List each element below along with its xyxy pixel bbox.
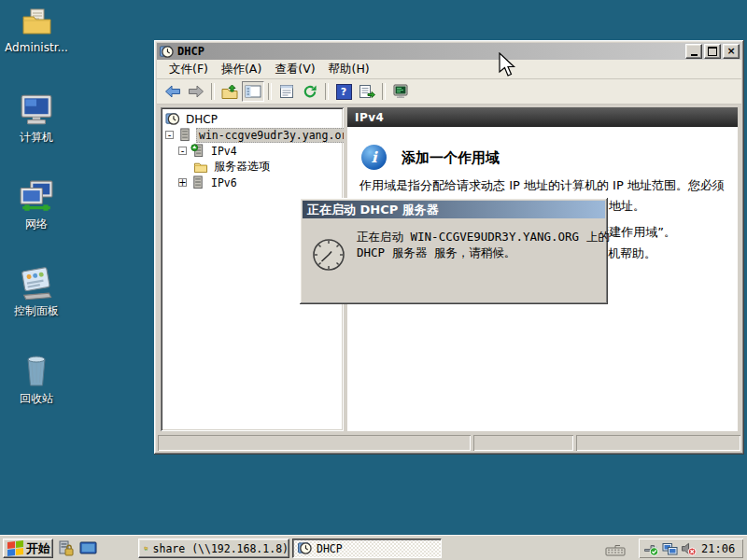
keyboard-layout-icon[interactable] xyxy=(605,542,626,560)
export-list-button[interactable] xyxy=(356,81,378,102)
desktop-icon-network[interactable]: 网络 xyxy=(0,177,73,232)
menu-view[interactable]: 查看(V) xyxy=(268,60,321,79)
server-manager-icon[interactable] xyxy=(57,540,74,560)
dialog-titlebar[interactable]: 正在启动 DHCP 服务器 xyxy=(303,201,605,218)
menu-file[interactable]: 文件(F) xyxy=(162,60,215,79)
back-button[interactable] xyxy=(162,81,184,102)
toolbar-separator xyxy=(382,83,386,100)
menu-action[interactable]: 操作(A) xyxy=(215,60,268,79)
volume-muted-icon[interactable] xyxy=(681,541,697,556)
taskbar: 开始 share (\\192.168.1.8) DHCP 21:06 xyxy=(0,535,747,560)
refresh-icon xyxy=(303,84,317,99)
toolbar: ? xyxy=(157,79,741,105)
desktop: Administr... 计算机 网络 控制面板 回收站 DHCP xyxy=(0,0,747,560)
task-share[interactable]: share (\\192.168.1.8) xyxy=(138,539,289,558)
tree-label: IPv6 xyxy=(209,176,239,189)
dialog-message-line: 正在启动 WIN-CCGVE9UDR3Y.YANG.ORG 上的 xyxy=(357,229,610,245)
forward-arrow-icon xyxy=(188,84,204,99)
dialog-title: 正在启动 DHCP 服务器 xyxy=(307,202,439,218)
computer-icon xyxy=(0,91,73,128)
properties-button[interactable] xyxy=(275,81,298,102)
show-console-tree-button[interactable] xyxy=(242,81,264,102)
task-label: share (\\192.168.1.8) xyxy=(153,542,289,555)
starting-dhcp-dialog: 正在启动 DHCP 服务器 正在启动 WIN-CCGVE9UDR3Y.YANG.… xyxy=(300,198,608,304)
back-arrow-icon xyxy=(164,84,181,99)
tree-node-server[interactable]: - win-ccgve9udr3y.yang.org xyxy=(162,127,342,143)
status-cell xyxy=(473,435,573,451)
windows-logo-icon xyxy=(7,540,23,556)
tree-label: 服务器选项 xyxy=(212,159,272,175)
net-monitor-button[interactable] xyxy=(389,81,412,102)
window-titlebar[interactable]: DHCP × xyxy=(157,43,741,60)
task-label: DHCP xyxy=(317,542,343,555)
properties-icon xyxy=(278,84,295,99)
maximize-button[interactable] xyxy=(704,44,721,59)
desktop-icon-label: 计算机 xyxy=(0,130,73,146)
desktop-icon-recycle-bin[interactable]: 回收站 xyxy=(0,352,73,407)
details-header: IPv4 xyxy=(347,107,738,127)
dialog-body: 正在启动 WIN-CCGVE9UDR3Y.YANG.ORG 上的 DHCP 服务… xyxy=(303,218,605,299)
task-dhcp[interactable]: DHCP xyxy=(292,539,442,558)
help-button[interactable]: ? xyxy=(332,81,355,102)
tree-node-ipv6[interactable]: + IPv6 xyxy=(162,175,342,190)
tree-node-dhcp-root[interactable]: DHCP xyxy=(162,111,342,127)
tree-label-selected: win-ccgve9udr3y.yang.org xyxy=(196,128,344,143)
minimize-button[interactable] xyxy=(685,44,702,59)
server-icon xyxy=(177,128,192,142)
dhcp-console-icon xyxy=(165,112,180,126)
tree-node-server-options[interactable]: 服务器选项 xyxy=(162,159,342,175)
up-folder-icon xyxy=(221,84,238,99)
help-icon: ? xyxy=(336,84,352,100)
user-files-folder-icon xyxy=(0,2,73,39)
start-button[interactable]: 开始 xyxy=(3,539,53,558)
desktop-icon-label: 回收站 xyxy=(0,391,73,407)
window-title: DHCP xyxy=(177,45,204,58)
mouse-cursor xyxy=(498,52,516,78)
export-list-icon xyxy=(359,84,375,99)
dhcp-console-icon xyxy=(160,45,174,59)
details-paragraph: 作用域是指分配给请求动态 IP 地址的计算机的 IP 地址范围。您必须 xyxy=(359,175,738,196)
desktop-icon-control-panel[interactable]: 控制面板 xyxy=(0,264,73,319)
shared-folder-icon xyxy=(144,541,148,555)
network-icon xyxy=(0,177,73,215)
tree-label: DHCP xyxy=(184,113,219,126)
collapse-icon[interactable]: - xyxy=(165,131,174,139)
monitor-icon xyxy=(392,84,409,99)
server-icon xyxy=(190,175,205,189)
details-heading: 添加一个作用域 xyxy=(402,149,500,167)
desktop-icon-administrator[interactable]: Administr... xyxy=(0,2,73,54)
dialog-message-line: DHCP 服务器 服务，请稍候。 xyxy=(357,245,610,260)
menu-help[interactable]: 帮助(H) xyxy=(322,60,376,79)
status-cell xyxy=(158,435,471,451)
tray-clock: 21:06 xyxy=(701,542,735,555)
toolbar-separator xyxy=(211,83,215,100)
desktop-icon-label: Administr... xyxy=(0,41,73,54)
menu-bar: 文件(F) 操作(A) 查看(V) 帮助(H) xyxy=(157,60,741,79)
dialog-message: 正在启动 WIN-CCGVE9UDR3Y.YANG.ORG 上的 DHCP 服务… xyxy=(357,229,610,260)
status-cell xyxy=(576,435,740,451)
desktop-icon-computer[interactable]: 计算机 xyxy=(0,91,73,146)
ipv4-server-running-icon xyxy=(190,144,205,158)
wait-clock-icon xyxy=(310,236,347,273)
tree-label: IPv4 xyxy=(209,145,239,158)
forward-button[interactable] xyxy=(185,81,207,102)
folder-icon xyxy=(193,160,208,174)
expand-icon[interactable]: + xyxy=(178,178,187,187)
refresh-button[interactable] xyxy=(299,81,321,102)
desktop-icon-label: 控制面板 xyxy=(0,303,73,319)
recycle-bin-icon xyxy=(0,352,73,389)
control-panel-icon xyxy=(0,264,73,301)
info-icon: i xyxy=(361,145,387,170)
toolbar-separator xyxy=(325,83,329,100)
toolbar-separator xyxy=(268,83,272,100)
network-status-icon[interactable] xyxy=(662,541,678,556)
desktop-icon-label: 网络 xyxy=(0,217,73,232)
show-desktop-icon[interactable] xyxy=(79,541,97,559)
tree-node-ipv4[interactable]: - IPv4 xyxy=(162,143,342,159)
collapse-icon[interactable]: - xyxy=(178,147,187,155)
up-one-level-button[interactable] xyxy=(218,81,241,102)
close-button[interactable]: × xyxy=(723,44,740,59)
start-label: 开始 xyxy=(26,540,50,557)
console-tree-icon xyxy=(245,84,261,99)
safely-remove-hardware-icon[interactable] xyxy=(643,540,659,556)
